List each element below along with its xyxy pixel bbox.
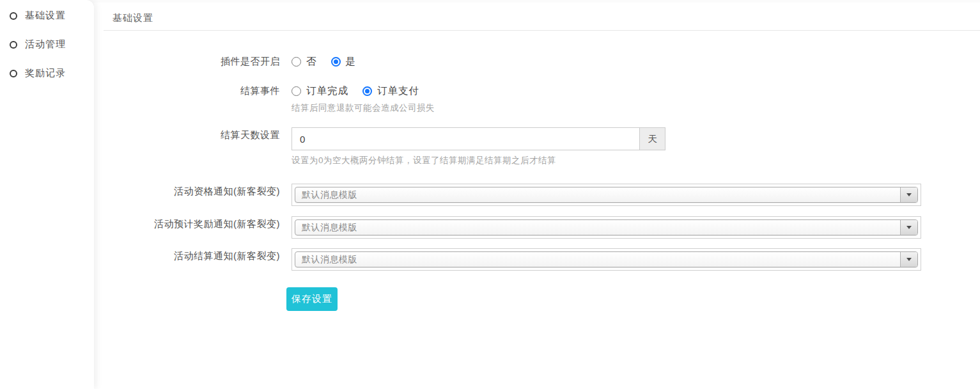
radio-label: 是 [346, 55, 357, 68]
sidebar-item-basic-settings[interactable]: 基础设置 [0, 1, 94, 30]
sidebar-item-reward-records[interactable]: 奖励记录 [0, 59, 94, 88]
notify-settlement-select-wrapper: 默认消息模版 [292, 248, 921, 271]
select-value: 默认消息模版 [302, 189, 357, 201]
field-label: 活动资格通知(新客裂变) [104, 184, 280, 198]
save-settings-button[interactable]: 保存设置 [286, 287, 338, 311]
chevron-down-icon[interactable] [900, 252, 917, 267]
radio-icon[interactable] [362, 86, 372, 96]
field-label: 结算事件 [104, 83, 280, 97]
settlement-days-controls: 天 设置为0为空大概两分钟结算，设置了结算期满足结算期之后才结算 [292, 127, 665, 166]
settlement-days-help-text: 设置为0为空大概两分钟结算，设置了结算期满足结算期之后才结算 [292, 155, 665, 166]
radio-option-no[interactable]: 否 [292, 55, 317, 68]
settings-form: 插件是否开启 否 是 结算事件 订单完成 [104, 31, 980, 311]
radio-option-order-complete[interactable]: 订单完成 [292, 84, 348, 98]
page-title: 基础设置 [104, 9, 980, 31]
settlement-days-input[interactable] [292, 127, 640, 150]
circle-icon [10, 12, 17, 20]
circle-icon [10, 70, 17, 77]
form-row-notify-settlement: 活动结算通知(新客裂变) 默认消息模版 [104, 248, 980, 271]
select-value: 默认消息模版 [302, 254, 357, 266]
sidebar-item-activity-management[interactable]: 活动管理 [0, 30, 94, 59]
chevron-down-icon[interactable] [900, 220, 917, 235]
circle-icon [10, 41, 17, 49]
unit-addon-days: 天 [640, 127, 665, 150]
form-row-notify-expected-reward: 活动预计奖励通知(新客裂变) 默认消息模版 [104, 216, 980, 239]
radio-label: 订单支付 [377, 84, 419, 98]
radio-icon[interactable] [292, 86, 301, 96]
radio-icon[interactable] [331, 57, 341, 67]
notify-qualification-select-wrapper: 默认消息模版 [292, 184, 921, 206]
sidebar-item-label: 奖励记录 [25, 67, 66, 79]
notify-expected-reward-select[interactable]: 默认消息模版 [295, 219, 918, 235]
sidebar-item-label: 活动管理 [25, 38, 66, 51]
notify-settlement-select[interactable]: 默认消息模版 [295, 251, 918, 267]
form-row-settlement-days: 结算天数设置 天 设置为0为空大概两分钟结算，设置了结算期满足结算期之后才结算 [104, 127, 980, 166]
form-row-notify-qualification: 活动资格通知(新客裂变) 默认消息模版 [104, 184, 980, 206]
radio-icon[interactable] [292, 57, 301, 67]
plugin-enabled-radio-group: 否 是 [292, 54, 370, 68]
main-content: 基础设置 插件是否开启 否 是 结算事件 [94, 3, 980, 389]
notify-qualification-select[interactable]: 默认消息模版 [295, 187, 918, 203]
sidebar: 基础设置 活动管理 奖励记录 [0, 0, 94, 389]
radio-option-yes[interactable]: 是 [331, 55, 357, 68]
settlement-event-help-text: 结算后同意退款可能会造成公司损失 [292, 102, 435, 114]
chevron-down-icon[interactable] [900, 187, 917, 202]
select-value: 默认消息模版 [302, 222, 357, 234]
field-label: 活动预计奖励通知(新客裂变) [104, 216, 280, 230]
field-label: 插件是否开启 [104, 54, 280, 68]
field-label: 活动结算通知(新客裂变) [104, 248, 280, 262]
settlement-event-radio-group: 订单完成 订单支付 [292, 83, 435, 98]
notify-expected-reward-select-wrapper: 默认消息模版 [292, 216, 921, 239]
settlement-event-controls: 订单完成 订单支付 结算后同意退款可能会造成公司损失 [292, 83, 435, 114]
field-label: 结算天数设置 [104, 127, 280, 141]
form-row-settlement-event: 结算事件 订单完成 订单支付 结算后同意退款可能会造成公司损失 [104, 83, 980, 114]
radio-label: 订单完成 [306, 84, 348, 98]
radio-label: 否 [306, 55, 317, 68]
sidebar-item-label: 基础设置 [25, 10, 66, 22]
form-row-plugin-enabled: 插件是否开启 否 是 [104, 54, 980, 68]
radio-option-order-paid[interactable]: 订单支付 [362, 84, 419, 98]
settlement-days-input-group: 天 [292, 127, 665, 150]
